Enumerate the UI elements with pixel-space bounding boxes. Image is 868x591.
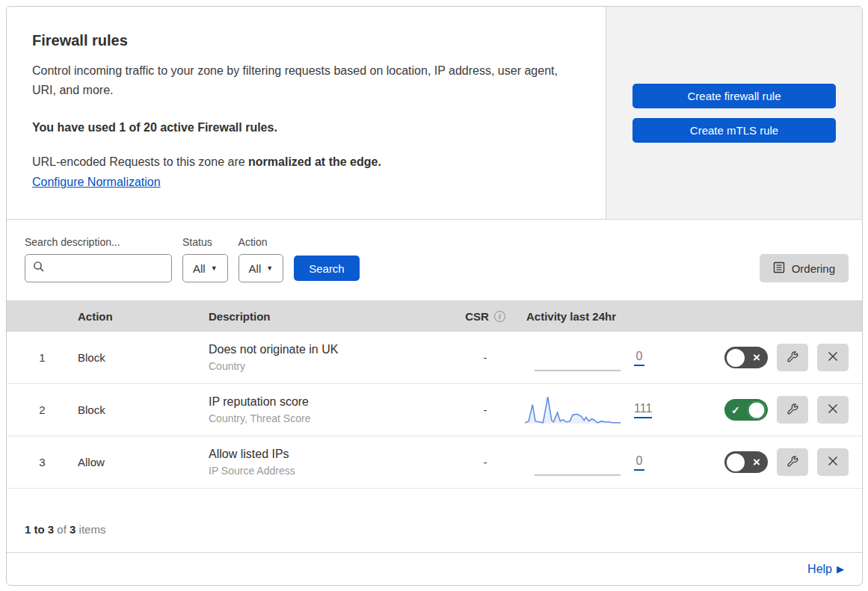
- rule-controls: ×: [695, 344, 862, 371]
- rule-enabled-toggle[interactable]: ✓: [724, 399, 768, 421]
- rule-csr: -: [452, 403, 519, 416]
- rule-enabled-toggle[interactable]: ×: [724, 347, 768, 368]
- rule-description: Does not originate in UK Country: [209, 343, 452, 372]
- delete-rule-button[interactable]: [817, 344, 849, 371]
- ordering-button[interactable]: Ordering: [760, 254, 849, 282]
- firewall-rules-card: Firewall rules Control incoming traffic …: [6, 6, 863, 586]
- edit-rule-button[interactable]: [777, 344, 808, 371]
- rule-description: Allow listed IPs IP Source Address: [209, 448, 452, 477]
- status-group: Status All ▼: [182, 236, 228, 282]
- header-text-panel: Firewall rules Control incoming traffic …: [7, 7, 606, 219]
- info-icon[interactable]: i: [494, 311, 505, 322]
- status-dropdown-value: All: [193, 262, 206, 275]
- search-button[interactable]: Search: [294, 256, 360, 281]
- rule-action: Block: [78, 351, 209, 364]
- rule-action: Block: [78, 403, 209, 416]
- rule-activity: 111: [519, 394, 695, 426]
- close-icon: [827, 350, 839, 365]
- chevron-down-icon: ▼: [266, 264, 273, 272]
- usage-summary: You have used 1 of 20 active Firewall ru…: [32, 121, 574, 134]
- wrench-icon: [786, 350, 799, 365]
- filter-bar: Search description... Status All ▼ Actio…: [7, 220, 862, 300]
- help-bar: Help ▶: [7, 553, 862, 585]
- toggle-x-icon: ×: [753, 350, 760, 365]
- page-description: Control incoming traffic to your zone by…: [32, 61, 570, 100]
- column-header-action: Action: [78, 310, 209, 323]
- configure-normalization-link[interactable]: Configure Normalization: [32, 176, 161, 189]
- rule-action: Allow: [78, 456, 209, 468]
- close-icon: [827, 455, 839, 469]
- toggle-knob: [727, 349, 745, 367]
- column-header-csr: CSR i: [452, 310, 519, 323]
- edit-rule-button[interactable]: [777, 396, 808, 424]
- create-mtls-rule-button[interactable]: Create mTLS rule: [632, 118, 836, 143]
- rule-enabled-toggle[interactable]: ×: [724, 451, 768, 473]
- page-title: Firewall rules: [32, 32, 574, 49]
- rule-activity: 0: [519, 447, 695, 478]
- table-header: Action Description CSR i Activity last 2…: [7, 300, 862, 332]
- action-label: Action: [238, 236, 284, 248]
- action-dropdown[interactable]: All ▼: [238, 254, 284, 282]
- help-link[interactable]: Help ▶: [807, 563, 844, 576]
- edit-rule-button[interactable]: [777, 448, 808, 476]
- arrow-right-icon: ▶: [837, 563, 844, 575]
- toggle-check-icon: ✓: [731, 403, 740, 415]
- rule-activity: 0: [519, 342, 695, 374]
- status-label: Status: [182, 236, 228, 248]
- rule-number: 3: [7, 456, 78, 468]
- wrench-icon: [786, 454, 799, 470]
- chevron-down-icon: ▼: [211, 264, 218, 272]
- action-dropdown-value: All: [249, 262, 262, 275]
- rule-number: 2: [7, 403, 78, 416]
- activity-count-link[interactable]: 111: [634, 402, 652, 418]
- column-header-description: Description: [209, 310, 452, 323]
- rule-csr: -: [452, 456, 519, 468]
- create-firewall-rule-button[interactable]: Create firewall rule: [632, 84, 836, 108]
- rule-description: IP reputation score Country, Threat Scor…: [209, 395, 452, 424]
- search-group: Search description...: [25, 236, 172, 282]
- column-header-activity: Activity last 24hr: [519, 310, 695, 323]
- status-dropdown[interactable]: All ▼: [182, 254, 228, 282]
- search-input[interactable]: [49, 262, 164, 275]
- search-input-container[interactable]: [25, 254, 172, 282]
- rule-number: 1: [7, 351, 78, 364]
- toggle-x-icon: ×: [753, 454, 760, 469]
- rule-controls: ✓: [695, 396, 862, 424]
- activity-sparkline: [525, 394, 621, 426]
- activity-count-link[interactable]: 0: [634, 350, 644, 366]
- normalization-note: URL-encoded Requests to this zone are no…: [32, 155, 574, 169]
- delete-rule-button[interactable]: [817, 448, 849, 476]
- activity-sparkline: [525, 342, 621, 374]
- close-icon: [827, 403, 839, 417]
- table-row: 2 Block IP reputation score Country, Thr…: [7, 384, 862, 436]
- action-group: Action All ▼: [238, 236, 284, 282]
- table-row: 1 Block Does not originate in UK Country…: [7, 332, 862, 384]
- list-icon: [773, 262, 785, 276]
- activity-sparkline: [525, 447, 621, 478]
- header-section: Firewall rules Control incoming traffic …: [7, 7, 862, 220]
- action-panel: Create firewall rule Create mTLS rule: [606, 7, 862, 219]
- wrench-icon: [786, 402, 799, 418]
- search-label: Search description...: [25, 236, 172, 248]
- toggle-knob: [748, 401, 766, 419]
- ordering-button-label: Ordering: [792, 262, 835, 275]
- delete-rule-button[interactable]: [817, 396, 849, 424]
- table-row: 3 Allow Allow listed IPs IP Source Addre…: [7, 436, 862, 489]
- pagination-summary: 1 to 3 of 3 items: [7, 489, 862, 553]
- search-icon: [33, 261, 45, 276]
- rule-csr: -: [452, 351, 519, 364]
- rule-controls: ×: [695, 448, 862, 476]
- activity-count-link[interactable]: 0: [634, 454, 644, 471]
- toggle-knob: [727, 454, 745, 471]
